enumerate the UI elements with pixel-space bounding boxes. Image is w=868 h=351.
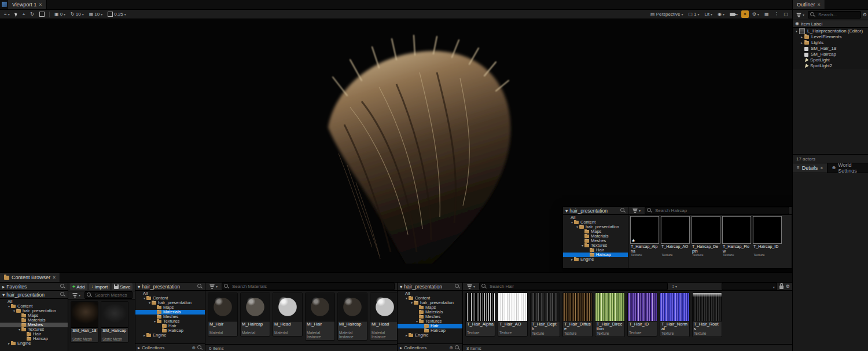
- outliner-settings-icon[interactable]: [863, 13, 867, 17]
- perspective-dropdown[interactable]: Perspective: [649, 10, 685, 18]
- outliner-row[interactable]: SpotLight: [793, 57, 868, 63]
- asset-search[interactable]: [645, 207, 789, 214]
- favorites-header[interactable]: Favorites: [0, 283, 68, 291]
- tree-item[interactable]: Meshes: [563, 239, 628, 243]
- tree-item[interactable]: Materials: [563, 234, 628, 239]
- tree-item[interactable]: Hair: [0, 332, 68, 337]
- import-button[interactable]: Import: [89, 283, 111, 290]
- tree-item[interactable]: Meshes: [135, 315, 205, 319]
- tree-item[interactable]: Textures: [398, 319, 462, 324]
- tree-item[interactable]: Meshes: [0, 323, 68, 327]
- move-tool-button[interactable]: [21, 10, 27, 18]
- asset-tile[interactable]: T_Hair_ID Texture: [627, 292, 657, 337]
- tab-world-settings[interactable]: World Settings: [827, 163, 868, 173]
- asset-tile[interactable]: M_Head Material: [273, 292, 303, 337]
- hair-search-input[interactable]: [488, 283, 665, 290]
- add-collection-icon[interactable]: [449, 346, 453, 350]
- hair-path-header[interactable]: hair_presentation: [398, 283, 462, 291]
- surface-snap-button[interactable]: 0: [53, 10, 67, 18]
- tree-item[interactable]: Materials: [0, 318, 68, 323]
- asset-tile[interactable]: SM_Haircap Static Mesh: [101, 301, 128, 343]
- tree-item[interactable]: All: [563, 215, 628, 220]
- meshes-search-input[interactable]: [94, 292, 130, 298]
- close-icon[interactable]: [820, 165, 823, 171]
- grid-snap-button[interactable]: 10: [87, 10, 104, 18]
- materials-search-input[interactable]: [231, 283, 392, 290]
- expand-arrow-icon[interactable]: [404, 296, 409, 301]
- tree-item[interactable]: Maps: [398, 305, 462, 310]
- asset-tile[interactable]: T_Haircap_Alpha Texture: [630, 216, 659, 257]
- outliner-row[interactable]: SpotLight2: [793, 63, 868, 69]
- tab-viewport-1[interactable]: Viewport 1: [8, 0, 47, 9]
- tree-item[interactable]: hair_presentation: [135, 301, 205, 305]
- scale-tool-button[interactable]: [38, 10, 46, 18]
- filter-button[interactable]: [631, 207, 642, 214]
- scale-snap-button[interactable]: 0.25: [106, 10, 128, 18]
- game-view-button[interactable]: [741, 10, 749, 18]
- collections-bar[interactable]: Collections: [135, 343, 205, 351]
- expand-arrow-icon[interactable]: [404, 333, 409, 338]
- show-flags-dropdown[interactable]: [716, 10, 726, 18]
- filter-button[interactable]: [71, 291, 82, 299]
- close-icon[interactable]: [818, 2, 821, 8]
- meshes-search[interactable]: [84, 291, 133, 299]
- tree-item[interactable]: Materials: [398, 310, 462, 315]
- outliner-search[interactable]: [808, 11, 861, 19]
- add-button[interactable]: +Add: [70, 283, 87, 290]
- camera-options-dropdown[interactable]: [728, 10, 740, 18]
- search-icon[interactable]: [620, 208, 626, 213]
- search-input[interactable]: [654, 207, 787, 214]
- asset-tile[interactable]: T_Hair_Roots Texture: [692, 292, 722, 337]
- view-options-dropdown[interactable]: [722, 283, 777, 290]
- asset-tile[interactable]: T_Hair_Direction Texture: [595, 292, 625, 337]
- expand-arrow-icon[interactable]: [415, 319, 419, 324]
- asset-tile[interactable]: T_Hair_Diffuse Texture: [562, 292, 593, 337]
- outliner-row[interactable]: Lights: [793, 40, 868, 46]
- sidebar-path-header[interactable]: hair_presentation: [0, 291, 68, 299]
- tree-item[interactable]: Engine: [0, 341, 68, 346]
- tree-item[interactable]: Content: [398, 296, 462, 301]
- lit-mode-dropdown[interactable]: Lit: [703, 10, 714, 18]
- maximize-viewport-button[interactable]: [782, 10, 790, 18]
- tree-item[interactable]: Engine: [398, 333, 462, 338]
- tab-content-browser[interactable]: Content Browser: [0, 273, 60, 282]
- search-icon[interactable]: [197, 284, 203, 289]
- search-icon[interactable]: [455, 345, 460, 350]
- asset-tile[interactable]: T_Haircap_Depth Texture: [692, 216, 720, 257]
- layout-button[interactable]: [763, 10, 771, 18]
- expand-arrow-icon[interactable]: [800, 40, 804, 46]
- asset-tile[interactable]: T_Hair_Alpha Texture: [465, 292, 495, 337]
- tree-item[interactable]: Textures: [563, 243, 628, 248]
- expand-arrow-icon[interactable]: [7, 304, 11, 309]
- tree-item[interactable]: hair_presentation: [563, 225, 628, 229]
- hair-search[interactable]: [479, 283, 668, 290]
- tab-details[interactable]: Details: [793, 163, 827, 173]
- outliner-empty-area[interactable]: [793, 69, 868, 154]
- screen-percentage-button[interactable]: 1: [686, 10, 701, 18]
- asset-tile[interactable]: MI_Head Material Instance: [370, 292, 397, 341]
- asset-tile[interactable]: M_Hair Material: [208, 292, 238, 337]
- asset-tile[interactable]: T_Haircap_Flow Texture: [722, 216, 751, 257]
- tree-item[interactable]: Hair: [135, 324, 205, 328]
- search-icon[interactable]: [60, 284, 65, 289]
- expand-arrow-icon[interactable]: [142, 333, 146, 338]
- outliner-column-header[interactable]: Item Label: [793, 20, 868, 28]
- tree-item[interactable]: Content: [135, 296, 205, 301]
- search-icon[interactable]: [455, 284, 460, 289]
- tree-item[interactable]: Maps: [563, 229, 628, 234]
- asset-tile[interactable]: T_Hair_Depth Texture: [530, 292, 560, 337]
- tree-item[interactable]: Hair: [398, 324, 462, 328]
- viewport-options-button[interactable]: [2, 10, 12, 18]
- tree-item[interactable]: Content: [563, 220, 628, 225]
- tree-item[interactable]: All: [398, 291, 462, 296]
- outliner-filter-button[interactable]: [795, 11, 806, 19]
- tree-item[interactable]: Maps: [135, 305, 205, 310]
- expand-arrow-icon[interactable]: [800, 34, 804, 40]
- tree-item[interactable]: All: [0, 299, 68, 304]
- expand-arrow-icon[interactable]: [570, 220, 574, 225]
- outliner-search-input[interactable]: [817, 12, 859, 18]
- tree-item[interactable]: Haircap: [398, 328, 462, 333]
- rotate-tool-button[interactable]: [28, 10, 36, 18]
- expand-arrow-icon[interactable]: [575, 225, 579, 229]
- asset-tile[interactable]: T_Hair_AO Texture: [498, 292, 528, 337]
